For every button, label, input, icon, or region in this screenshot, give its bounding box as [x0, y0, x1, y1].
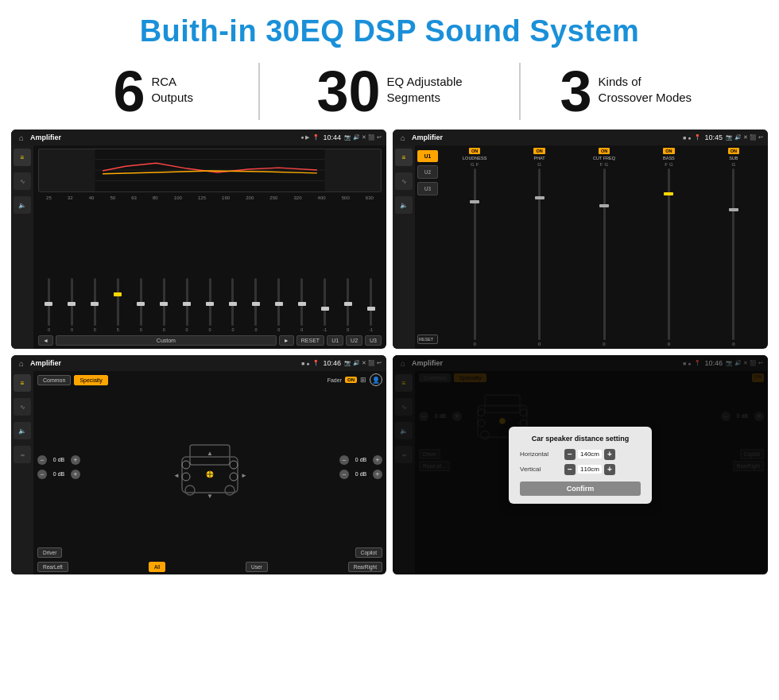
db-value-3: 0 dB	[351, 457, 370, 462]
eq-icon-amp[interactable]: ≡	[395, 149, 413, 166]
eq-prev-btn[interactable]: ◄	[38, 335, 53, 346]
eq-next-btn[interactable]: ►	[279, 335, 294, 346]
status-bar-eq: ⌂ Amplifier ● ▶ 📍 10:44 📷 🔊 ✕ ⬛ ↩	[11, 130, 386, 145]
vertical-minus-btn[interactable]: −	[564, 464, 576, 475]
db-value-1: 0 dB	[49, 457, 68, 462]
amp-preset-u2[interactable]: U2	[417, 165, 438, 179]
horizontal-plus-btn[interactable]: +	[604, 449, 615, 460]
db-control-2: − 0 dB +	[37, 470, 80, 479]
amp-reset-btn[interactable]: RESET	[417, 335, 438, 344]
driver-btn[interactable]: Driver	[37, 547, 62, 558]
db-plus-1[interactable]: +	[71, 455, 80, 465]
ch-on-phat[interactable]: ON	[533, 148, 545, 154]
location-icon-amp: 📍	[694, 134, 701, 141]
home-icon-fader[interactable]: ⌂	[16, 358, 27, 369]
rearright-btn[interactable]: RearRight	[348, 562, 382, 572]
vertical-label: Vertical	[520, 466, 560, 473]
arrows-icon-fader[interactable]: ⇔	[14, 446, 31, 463]
page-title: Buith-in 30EQ DSP Sound System	[0, 0, 779, 56]
ch-label-cutfreq: CUT FREQ	[593, 156, 615, 160]
eq-icon[interactable]: ≡	[14, 149, 31, 166]
stat-label-eq: EQ Adjustable Segments	[387, 63, 463, 105]
eq-controls: ◄ Custom ► RESET U1 U2 U3	[38, 335, 382, 346]
dots-icon-amp: ■ ●	[683, 135, 691, 141]
dots-icon-fader: ■ ●	[301, 361, 309, 366]
fader-tab-common[interactable]: Common	[37, 375, 71, 385]
svg-point-10	[230, 461, 238, 469]
eq-freq-labels: 2532405063 80100125160200 25032040050063…	[38, 195, 382, 200]
wave-icon-fader[interactable]: ∿	[14, 398, 31, 416]
svg-point-7	[225, 485, 234, 495]
eq-u1-btn[interactable]: U1	[327, 335, 343, 346]
stat-label-rca: RCA Outputs	[151, 63, 193, 105]
ch-label-loudness: LOUDNESS	[463, 156, 486, 160]
fader-area: − 0 dB + − 0 dB +	[37, 391, 382, 543]
dialog-box: Car speaker distance setting Horizontal …	[509, 427, 652, 504]
screen-title-amp: Amplifier	[412, 133, 680, 141]
dialog-overlay: Car speaker distance setting Horizontal …	[393, 355, 768, 574]
screen-eq: ⌂ Amplifier ● ▶ 📍 10:44 📷 🔊 ✕ ⬛ ↩ ≡ ∿ 🔈	[11, 130, 386, 349]
horizontal-minus-btn[interactable]: −	[564, 449, 576, 460]
vertical-plus-btn[interactable]: +	[604, 464, 615, 475]
stat-number-3: 3	[560, 63, 592, 120]
screens-grid: ⌂ Amplifier ● ▶ 📍 10:44 📷 🔊 ✕ ⬛ ↩ ≡ ∿ 🔈	[0, 130, 779, 582]
time-fader: 10:46	[323, 359, 341, 367]
svg-text:►: ►	[241, 472, 247, 479]
amp-preset-u1[interactable]: U1	[417, 150, 438, 162]
rearleft-btn[interactable]: RearLeft	[37, 562, 68, 572]
wave-icon-amp[interactable]: ∿	[395, 172, 413, 190]
db-minus-2[interactable]: −	[37, 470, 47, 479]
stat-number-30: 30	[316, 63, 380, 120]
ch-on-cutfreq[interactable]: ON	[599, 148, 610, 154]
stat-label-crossover: Kinds of Crossover Modes	[599, 63, 692, 105]
ch-on-bass[interactable]: ON	[663, 148, 674, 154]
status-bar-fader: ⌂ Amplifier ■ ● 📍 10:46 📷 🔊 ✕ ⬛ ↩	[11, 355, 386, 371]
wave-icon[interactable]: ∿	[14, 172, 31, 190]
svg-point-8	[182, 461, 190, 469]
db-minus-1[interactable]: −	[37, 455, 47, 465]
eq-custom-label: Custom	[56, 335, 277, 346]
eq-u2-btn[interactable]: U2	[346, 335, 362, 346]
speaker-icon-amp[interactable]: 🔈	[395, 196, 413, 214]
db-plus-4[interactable]: +	[373, 470, 382, 479]
speaker-icon[interactable]: 🔈	[14, 196, 31, 214]
dialog-horizontal-row: Horizontal − 140cm +	[520, 449, 641, 460]
all-btn[interactable]: All	[149, 562, 165, 572]
svg-point-9	[182, 473, 190, 481]
eq-icon-fader[interactable]: ≡	[14, 374, 31, 392]
eq-u3-btn[interactable]: U3	[365, 335, 382, 346]
db-minus-4[interactable]: −	[339, 470, 349, 479]
eq-main: 2532405063 80100125160200 25032040050063…	[33, 145, 386, 349]
fader-user-icon[interactable]: 👤	[370, 373, 382, 386]
db-plus-2[interactable]: +	[71, 470, 80, 479]
status-icons-amp: 📷 🔊 ✕ ⬛ ↩	[726, 134, 763, 141]
fader-on-badge[interactable]: ON	[345, 377, 357, 383]
confirm-button[interactable]: Confirm	[520, 481, 641, 496]
screen-fader: ⌂ Amplifier ■ ● 📍 10:46 📷 🔊 ✕ ⬛ ↩ ≡ ∿ 🔈 …	[11, 355, 386, 574]
fader-right-ctrls: − 0 dB + − 0 dB +	[339, 455, 382, 479]
stats-row: 6 RCA Outputs 30 EQ Adjustable Segments …	[0, 56, 779, 130]
car-diagram: ▲ ▼ ◄ ►	[85, 433, 335, 501]
db-minus-3[interactable]: −	[339, 455, 349, 465]
home-icon-amp[interactable]: ⌂	[397, 132, 409, 143]
vertical-stepper: − 110cm +	[564, 464, 615, 475]
svg-point-6	[185, 485, 195, 495]
eq-reset-btn[interactable]: RESET	[296, 335, 324, 346]
horizontal-value: 140cm	[578, 450, 602, 458]
time-amp: 10:45	[704, 133, 723, 141]
db-control-3: − 0 dB +	[339, 455, 382, 465]
user-btn[interactable]: User	[246, 562, 268, 572]
horizontal-stepper: − 140cm +	[564, 449, 615, 460]
db-control-1: − 0 dB +	[37, 455, 80, 465]
stat-eq: 30 EQ Adjustable Segments	[258, 63, 520, 120]
ch-on-loudness[interactable]: ON	[469, 148, 480, 154]
speaker-icon-fader[interactable]: 🔈	[14, 422, 31, 439]
fader-tab-specialty[interactable]: Specialty	[74, 375, 107, 385]
horizontal-label: Horizontal	[520, 451, 560, 458]
ch-on-sub[interactable]: ON	[728, 148, 739, 154]
amp-preset-u3[interactable]: U3	[417, 182, 438, 195]
db-plus-3[interactable]: +	[373, 455, 382, 465]
db-control-4: − 0 dB +	[339, 470, 382, 479]
copilot-btn[interactable]: Copilot	[355, 547, 382, 558]
home-icon[interactable]: ⌂	[16, 132, 27, 143]
